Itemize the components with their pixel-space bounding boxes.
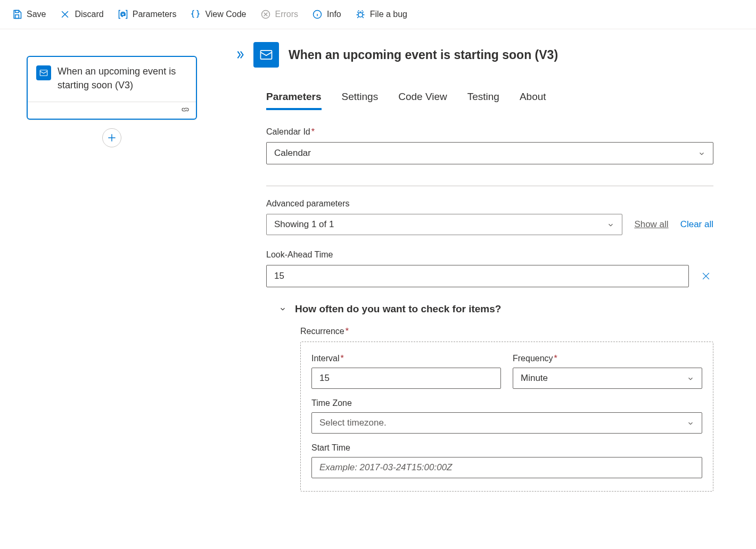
calendar-id-select[interactable]: Calendar [266, 142, 713, 164]
errors-button: Errors [254, 6, 305, 23]
collapse-panel-button[interactable] [234, 49, 246, 61]
tab-parameters[interactable]: Parameters [266, 91, 322, 110]
save-button[interactable]: Save [5, 6, 52, 23]
at-brackets-icon [118, 9, 128, 20]
svg-rect-0 [15, 11, 19, 13]
tab-code-view[interactable]: Code View [398, 91, 447, 110]
trigger-node[interactable]: When an upcoming event is starting soon … [27, 56, 197, 120]
frequency-field: Frequency* Minute [513, 354, 702, 389]
interval-input[interactable]: 15 [311, 368, 501, 389]
clear-all-link[interactable]: Clear all [680, 219, 713, 230]
braces-icon [190, 9, 201, 20]
frequency-select[interactable]: Minute [513, 368, 702, 389]
recurrence-box: Interval* 15 Frequency* [300, 342, 713, 492]
panel-title: When an upcoming event is starting soon … [289, 48, 558, 62]
file-bug-button[interactable]: File a bug [349, 6, 414, 23]
toolbar: Save Discard Parameters View Code Errors… [0, 0, 756, 29]
recurrence-section: How often do you want to check for items… [266, 303, 713, 492]
recurrence-title: How often do you want to check for items… [295, 303, 501, 315]
timezone-label: Time Zone [311, 398, 702, 408]
divider [266, 186, 713, 186]
add-step-button[interactable] [102, 128, 121, 147]
calendar-id-label: Calendar Id* [266, 127, 713, 137]
link-icon [181, 105, 190, 115]
starttime-input[interactable]: Example: 2017-03-24T15:00:00Z [311, 457, 702, 478]
info-icon [312, 9, 323, 20]
starttime-field: Start Time Example: 2017-03-24T15:00:00Z [311, 443, 702, 478]
main-layout: When an upcoming event is starting soon … [0, 29, 756, 549]
chevron-down-icon [687, 419, 694, 427]
error-circle-icon [260, 9, 271, 20]
frequency-label: Frequency* [513, 354, 702, 363]
tab-settings[interactable]: Settings [342, 91, 379, 110]
show-all-link[interactable]: Show all [634, 219, 668, 230]
parameters-label: Parameters [133, 10, 177, 19]
panel-header: When an upcoming event is starting soon … [234, 42, 756, 68]
node-body: When an upcoming event is starting soon … [28, 57, 196, 102]
advanced-parameters-row: Showing 1 of 1 Show all Clear all [266, 214, 713, 235]
timezone-field: Time Zone Select timezone. [311, 398, 702, 434]
recurrence-body: Recurrence* Interval* 15 [300, 327, 713, 492]
advanced-parameters-label: Advanced parameters [266, 199, 713, 209]
discard-label: Discard [75, 10, 103, 19]
save-label: Save [27, 10, 46, 19]
svg-rect-1 [15, 15, 19, 19]
flow-canvas: When an upcoming event is starting soon … [0, 29, 224, 549]
parameters-form: Calendar Id* Calendar Advanced parameter… [266, 127, 756, 492]
recurrence-toggle[interactable]: How often do you want to check for items… [279, 303, 713, 315]
lookahead-input[interactable]: 15 [266, 265, 689, 287]
outlook-icon [253, 42, 279, 68]
svg-rect-7 [261, 51, 272, 59]
chevron-down-icon [698, 149, 705, 157]
errors-label: Errors [275, 10, 299, 19]
file-bug-label: File a bug [370, 10, 407, 19]
interval-field: Interval* 15 [311, 354, 501, 389]
discard-button[interactable]: Discard [53, 6, 110, 23]
remove-lookahead-button[interactable] [699, 269, 713, 284]
lookahead-field: Look-Ahead Time 15 [266, 250, 713, 287]
chevron-down-icon [687, 375, 694, 382]
tab-about[interactable]: About [520, 91, 546, 110]
view-code-label: View Code [205, 10, 246, 19]
info-button[interactable]: Info [306, 6, 348, 23]
floppy-icon [12, 9, 22, 20]
panel-tabs: Parameters Settings Code View Testing Ab… [266, 91, 756, 110]
parameters-button[interactable]: Parameters [111, 6, 183, 23]
recurrence-label: Recurrence* [300, 327, 713, 336]
interval-label: Interval* [311, 354, 501, 363]
node-footer [28, 102, 196, 119]
advanced-parameters-value: Showing 1 of 1 [274, 219, 334, 230]
info-label: Info [327, 10, 341, 19]
tab-testing[interactable]: Testing [467, 91, 499, 110]
add-step-wrap [21, 128, 202, 147]
x-icon [60, 9, 70, 20]
timezone-select[interactable]: Select timezone. [311, 412, 702, 434]
advanced-parameters-select[interactable]: Showing 1 of 1 [266, 214, 622, 235]
bug-icon [355, 9, 366, 20]
outlook-icon [36, 65, 51, 80]
chevron-down-icon [279, 305, 286, 313]
view-code-button[interactable]: View Code [184, 6, 252, 23]
svg-rect-6 [40, 70, 47, 76]
lookahead-row: 15 [266, 265, 713, 287]
svg-point-5 [358, 13, 363, 17]
chevron-down-icon [607, 221, 614, 228]
details-panel: When an upcoming event is starting soon … [224, 29, 756, 549]
node-label: When an upcoming event is starting soon … [57, 64, 187, 92]
calendar-id-value: Calendar [274, 148, 311, 159]
lookahead-label: Look-Ahead Time [266, 250, 713, 260]
starttime-label: Start Time [311, 443, 702, 453]
